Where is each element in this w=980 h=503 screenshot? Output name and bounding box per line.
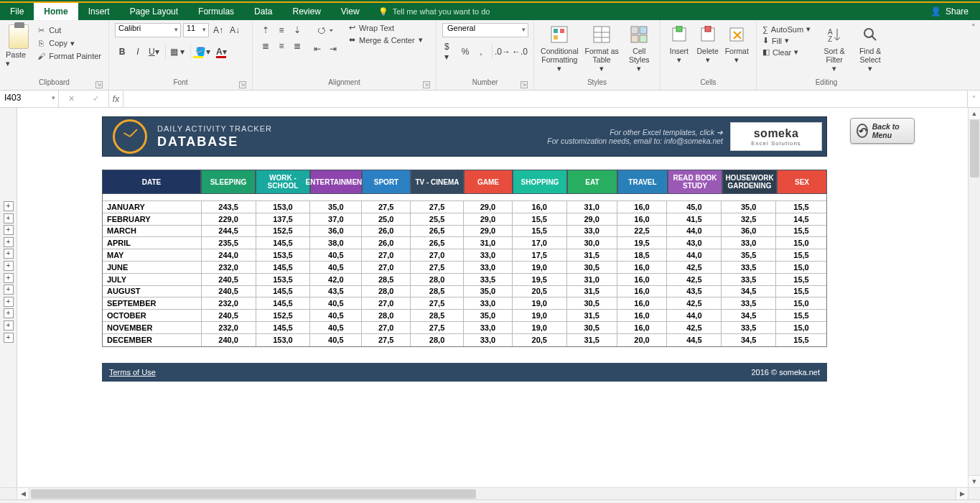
- value-cell[interactable]: 28,0: [362, 286, 411, 297]
- outline-expand-12[interactable]: +: [4, 333, 14, 343]
- underline-button[interactable]: U ▾: [146, 45, 162, 59]
- value-cell[interactable]: 27,0: [362, 249, 411, 261]
- value-cell[interactable]: 35,0: [464, 286, 513, 297]
- cell-styles-button[interactable]: Cell Styles ▾: [624, 23, 654, 77]
- value-cell[interactable]: 34,5: [722, 334, 776, 346]
- tab-insert[interactable]: Insert: [78, 3, 120, 20]
- number-format-select[interactable]: General: [442, 23, 528, 37]
- value-cell[interactable]: 145,5: [256, 322, 311, 333]
- value-cell[interactable]: 243,5: [202, 201, 256, 213]
- delete-cells-button[interactable]: Delete ▾: [695, 23, 721, 77]
- value-cell[interactable]: 15,5: [513, 226, 567, 237]
- value-cell[interactable]: 15,5: [776, 249, 826, 261]
- font-color-button[interactable]: A ▾: [214, 45, 229, 59]
- value-cell[interactable]: 40,5: [310, 249, 362, 261]
- value-cell[interactable]: 19,5: [513, 274, 567, 285]
- outline-expand-10[interactable]: +: [4, 308, 14, 318]
- value-cell[interactable]: 33,0: [464, 334, 513, 346]
- currency-icon[interactable]: $ ▾: [442, 45, 457, 59]
- value-cell[interactable]: 30,5: [567, 262, 617, 273]
- outline-expand-3[interactable]: +: [4, 225, 14, 235]
- value-cell[interactable]: 16,0: [513, 201, 567, 213]
- vscroll-thumb[interactable]: [970, 120, 979, 177]
- value-cell[interactable]: 18,5: [617, 249, 668, 261]
- value-cell[interactable]: 35,0: [464, 310, 513, 321]
- month-cell[interactable]: NOVEMBER: [103, 322, 202, 333]
- value-cell[interactable]: 16,0: [617, 201, 668, 213]
- value-cell[interactable]: 19,5: [617, 237, 668, 249]
- month-cell[interactable]: DECEMBER: [103, 334, 202, 346]
- value-cell[interactable]: 31,5: [567, 286, 617, 297]
- value-cell[interactable]: 19,0: [513, 262, 567, 273]
- value-cell[interactable]: 16,0: [617, 297, 668, 309]
- table-row[interactable]: MAY244,0153,540,527,027,033,017,531,518,…: [103, 249, 826, 262]
- value-cell[interactable]: 30,5: [567, 297, 617, 309]
- outline-expand-6[interactable]: +: [4, 261, 14, 271]
- increase-indent-icon[interactable]: ⇥: [326, 42, 340, 56]
- orientation-icon[interactable]: ⭯ ▾: [310, 23, 340, 37]
- value-cell[interactable]: 28,0: [411, 334, 464, 346]
- value-cell[interactable]: 16,0: [617, 310, 668, 321]
- outline-expand-1[interactable]: +: [4, 201, 14, 211]
- outline-expand-7[interactable]: +: [4, 273, 14, 283]
- value-cell[interactable]: 33,0: [464, 262, 513, 273]
- formula-input[interactable]: [123, 91, 967, 107]
- month-cell[interactable]: AUGUST: [103, 286, 202, 297]
- value-cell[interactable]: 145,5: [256, 297, 311, 309]
- copy-button[interactable]: ⎘Copy ▾: [34, 37, 103, 49]
- value-cell[interactable]: 145,5: [256, 262, 311, 273]
- font-name-select[interactable]: Calibri: [115, 23, 181, 37]
- value-cell[interactable]: 33,0: [567, 226, 617, 237]
- value-cell[interactable]: 31,5: [567, 249, 617, 261]
- clipboard-dialog-icon[interactable]: ⇲: [95, 81, 103, 88]
- horizontal-scrollbar[interactable]: ◀ ▶: [0, 487, 980, 499]
- value-cell[interactable]: 28,0: [362, 310, 411, 321]
- value-cell[interactable]: 19,0: [513, 310, 567, 321]
- alignment-dialog-icon[interactable]: ⇲: [423, 81, 430, 88]
- value-cell[interactable]: 27,0: [411, 249, 464, 261]
- scroll-right-icon[interactable]: ▶: [956, 488, 968, 499]
- value-cell[interactable]: 15,5: [776, 334, 826, 346]
- back-to-menu-button[interactable]: ↶ Back to Menu: [850, 118, 915, 144]
- value-cell[interactable]: 16,0: [617, 274, 668, 285]
- number-dialog-icon[interactable]: ⇲: [521, 81, 528, 88]
- table-row[interactable]: DECEMBER240,0153,040,527,528,033,020,531…: [103, 334, 826, 346]
- decrease-decimal-icon[interactable]: ←.0: [512, 45, 528, 59]
- value-cell[interactable]: 27,5: [411, 322, 464, 333]
- value-cell[interactable]: 43,0: [667, 237, 722, 249]
- value-cell[interactable]: 16,0: [617, 262, 668, 273]
- value-cell[interactable]: 42,5: [667, 274, 722, 285]
- hscroll-thumb[interactable]: [31, 489, 476, 499]
- table-row[interactable]: NOVEMBER232,0145,540,527,027,533,019,030…: [103, 322, 826, 334]
- sort-filter-button[interactable]: AZSort & Filter ▾: [818, 23, 851, 77]
- value-cell[interactable]: 229,0: [202, 213, 256, 225]
- table-row[interactable]: FEBRUARY229,0137,537,025,025,529,015,529…: [103, 213, 826, 226]
- value-cell[interactable]: 27,0: [362, 297, 411, 309]
- value-cell[interactable]: 44,0: [667, 310, 722, 321]
- month-cell[interactable]: JANUARY: [103, 201, 202, 213]
- month-cell[interactable]: APRIL: [103, 237, 202, 249]
- value-cell[interactable]: 31,0: [464, 237, 513, 249]
- value-cell[interactable]: 31,5: [567, 310, 617, 321]
- value-cell[interactable]: 33,5: [722, 297, 776, 309]
- align-top-icon[interactable]: ⇡: [258, 23, 273, 37]
- insert-cells-button[interactable]: Insert ▾: [666, 23, 692, 77]
- value-cell[interactable]: 28,5: [362, 274, 411, 285]
- value-cell[interactable]: 152,5: [256, 226, 311, 237]
- outline-expand-5[interactable]: +: [4, 249, 14, 259]
- value-cell[interactable]: 31,5: [567, 334, 617, 346]
- value-cell[interactable]: 43,5: [667, 286, 722, 297]
- value-cell[interactable]: 45,0: [667, 201, 722, 213]
- decrease-font-icon[interactable]: A↓: [228, 23, 242, 37]
- decrease-indent-icon[interactable]: ⇤: [310, 42, 325, 56]
- format-cells-button[interactable]: Format ▾: [724, 23, 750, 77]
- table-row[interactable]: JULY240,5153,542,028,528,033,519,531,016…: [103, 274, 826, 286]
- conditional-formatting-button[interactable]: Conditional Formatting ▾: [540, 23, 579, 77]
- value-cell[interactable]: 17,0: [513, 237, 567, 249]
- borders-button[interactable]: ▦ ▾: [165, 45, 187, 59]
- tab-home[interactable]: Home: [34, 3, 78, 20]
- value-cell[interactable]: 20,5: [513, 286, 567, 297]
- value-cell[interactable]: 31,0: [567, 274, 617, 285]
- month-cell[interactable]: MAY: [103, 249, 202, 261]
- tell-me[interactable]: 💡Tell me what you want to do: [370, 3, 499, 20]
